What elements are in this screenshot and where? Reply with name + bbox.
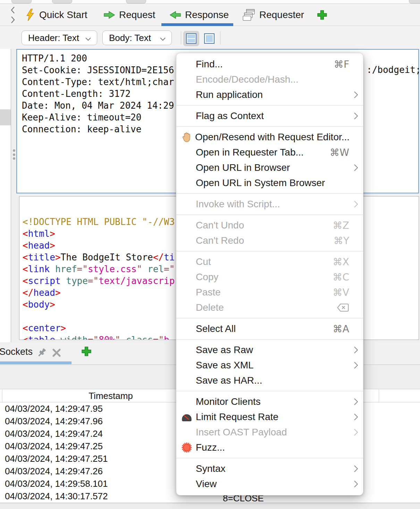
menu-shortcut: ⌘Z: [333, 220, 349, 231]
sockets-tab[interactable]: Sockets: [0, 347, 33, 357]
menu-item-save-as-xml[interactable]: Save as XML: [176, 358, 363, 373]
menu-item-open-url-in-system-browser[interactable]: Open URL in System Browser: [176, 175, 363, 191]
tab-response[interactable]: Response: [169, 4, 229, 26]
tab-request[interactable]: Request: [103, 4, 155, 26]
menu-item-save-as-har[interactable]: Save as HAR...: [176, 373, 363, 388]
menu-item-label: Save as HAR...: [196, 375, 349, 386]
menu-item-limit-request-rate[interactable]: Limit Request Rate: [176, 409, 363, 425]
tab-quick-start[interactable]: Quick Start: [25, 4, 87, 26]
chevron-right-icon[interactable]: [9, 16, 18, 25]
chevron-down-icon: [85, 33, 91, 43]
menu-item-label: Fuzz...: [196, 442, 349, 453]
tab-label: Response: [185, 9, 229, 20]
body-format-value: Body: Text: [109, 33, 151, 43]
lightning-icon: [25, 9, 35, 21]
menu-item-label: Open/Resend with Request Editor...: [195, 132, 350, 143]
menu-item-label: View: [196, 478, 349, 490]
combined-view-button[interactable]: [201, 31, 217, 46]
toolbar-divider: [181, 31, 181, 44]
menu-item-label: Cut: [196, 256, 333, 267]
menu-item-label: Monitor Clients: [196, 396, 349, 407]
timestamp-cell: 04/03/2024, 14:29:58.101: [5, 478, 108, 489]
menu-shortcut: ⌘F: [334, 59, 349, 70]
menu-item-label: Save as Raw: [196, 344, 349, 356]
menu-item-copy: Copy⌘C: [176, 269, 363, 285]
close-icon[interactable]: [51, 348, 62, 359]
menu-item-label: Encode/Decode/Hash...: [196, 74, 349, 85]
menu-shortcut: ⌘V: [333, 287, 349, 298]
context-menu: Find...⌘FEncode/Decode/Hash...Run applic…: [176, 53, 363, 495]
column-divider: [379, 389, 379, 402]
menu-item-flag-as-context[interactable]: Flag as Context: [176, 108, 363, 124]
splitter-drag-handle[interactable]: [13, 149, 16, 160]
cropped-tab-fragment: [11, 0, 32, 3]
arrow-left-icon: [169, 10, 181, 19]
timestamp-column-header[interactable]: Timestamp: [89, 391, 133, 401]
submenu-arrow-icon: [351, 413, 358, 421]
delete-key-icon: [337, 303, 349, 312]
menu-item-can-t-undo: Can't Undo⌘Z: [176, 218, 363, 233]
menu-item-find[interactable]: Find...⌘F: [176, 57, 363, 72]
menu-shortcut: ⌘Y: [334, 235, 349, 247]
menu-item-label: Save as XML: [196, 360, 349, 371]
menu-item-label: Copy: [196, 272, 333, 283]
menu-separator: [176, 193, 363, 194]
column-divider: [2, 389, 2, 402]
menu-item-syntax[interactable]: Syntax: [176, 461, 363, 476]
cropped-tab-fragment: [409, 0, 420, 3]
tab-requester[interactable]: Requester: [242, 4, 304, 26]
timestamp-cell: 04/03/2024, 14:29:47.26: [5, 466, 103, 477]
menu-item-run-application[interactable]: Run application: [176, 87, 363, 102]
menu-separator: [176, 391, 363, 391]
add-tab-button[interactable]: [81, 346, 92, 358]
menu-item-select-all[interactable]: Select All⌘A: [176, 321, 363, 336]
menu-shortcut: ⌘W: [330, 147, 349, 158]
menu-item-monitor-clients[interactable]: Monitor Clients: [176, 394, 363, 409]
workbench-tab-bar: Quick StartRequestResponseRequester: [0, 4, 420, 26]
timestamp-cell: 04/03/2024, 14:29:47.96: [5, 416, 103, 427]
menu-item-save-as-raw[interactable]: Save as Raw: [176, 342, 363, 358]
split-view-button[interactable]: [183, 31, 199, 46]
menu-separator: [176, 105, 363, 106]
cropped-tab-fragment: [126, 0, 146, 3]
submenu-arrow-icon: [351, 428, 358, 436]
tab-label: Request: [119, 9, 155, 20]
menu-item-label: Open in Requester Tab...: [196, 147, 330, 158]
menu-item-label: Syntax: [196, 463, 349, 474]
menu-item-encode-decode-hash: Encode/Decode/Hash...: [176, 72, 363, 87]
menu-item-label: Flag as Context: [196, 110, 349, 122]
menu-item-label: Run application: [196, 89, 349, 100]
timestamp-cell: 04/03/2024, 14:29:47.95: [5, 403, 103, 414]
chevron-left-icon[interactable]: [9, 6, 18, 16]
timestamp-cell: 04/03/2024, 14:30:17.572: [5, 491, 108, 502]
menu-item-view[interactable]: View: [176, 476, 363, 492]
menu-item-label: Find...: [196, 59, 334, 70]
selected-tab-indicator: [161, 23, 233, 26]
pin-icon[interactable]: [36, 347, 47, 360]
fuzz-icon: [181, 442, 196, 453]
menu-item-open-resend-with-request-editor[interactable]: Open/Resend with Request Editor...: [176, 130, 363, 145]
selected-tab-indicator: [0, 361, 72, 364]
menu-separator: [176, 318, 363, 318]
scrollbar-thumb[interactable]: [0, 109, 11, 125]
chevron-down-icon: [160, 33, 166, 43]
timestamp-cell: 04/03/2024, 14:29:47.24: [5, 428, 103, 439]
set-cookie-path-fragment: :/bodgeit;: [367, 65, 420, 75]
add-tab-button[interactable]: [317, 9, 328, 22]
menu-separator: [176, 458, 363, 458]
menu-item-delete: Delete: [176, 300, 363, 315]
menu-shortcut: ⌘X: [333, 256, 349, 268]
menu-item-paste: Paste⌘V: [176, 285, 363, 300]
header-format-select[interactable]: Header: Text: [22, 31, 97, 45]
menu-item-label: Open URL in Browser: [196, 162, 349, 173]
status-bar: [0, 503, 420, 509]
tab-scrollers: [9, 6, 18, 24]
menu-item-label: Delete: [196, 302, 337, 313]
submenu-arrow-icon: [351, 200, 358, 208]
submenu-arrow-icon: [351, 465, 358, 473]
menu-item-open-in-requester-tab[interactable]: Open in Requester Tab...⌘W: [176, 145, 363, 160]
menu-item-open-url-in-browser[interactable]: Open URL in Browser: [176, 160, 363, 175]
menu-item-fuzz[interactable]: Fuzz...: [176, 440, 363, 455]
menu-separator: [176, 215, 363, 215]
body-format-select[interactable]: Body: Text: [102, 31, 172, 45]
